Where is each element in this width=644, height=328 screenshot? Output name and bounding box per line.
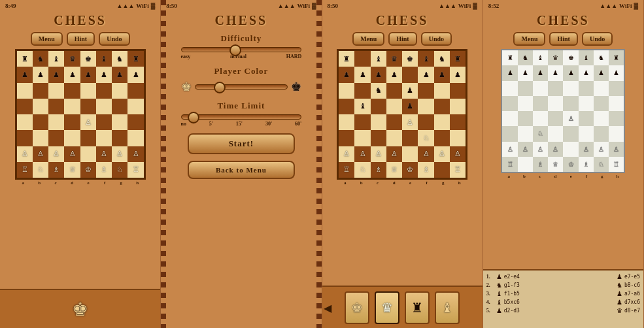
cell4-2-6[interactable] xyxy=(594,81,609,96)
cell4-6-4[interactable] xyxy=(563,142,578,157)
cell4-1-2[interactable]: ♟ xyxy=(533,65,548,80)
chess-board-3[interactable]: ♜♝♛♚♝♞♜♟♟♟♟♟♟♟♞♟♝♟♙♘♙♙♙♙♙♙♙♖♘♗♕♔♗♖ xyxy=(337,49,467,180)
cell4-3-6[interactable] xyxy=(594,96,609,111)
cell3-7-7[interactable]: ♖ xyxy=(450,162,466,178)
cell-1-2[interactable]: ♟ xyxy=(48,67,64,82)
cell4-4-6[interactable] xyxy=(594,111,609,126)
cell3-0-3[interactable]: ♛ xyxy=(386,51,402,67)
cell3-3-5[interactable] xyxy=(418,99,433,114)
cell4-0-7[interactable]: ♜ xyxy=(609,50,624,65)
cell-4-5[interactable] xyxy=(96,114,112,130)
cell-1-4[interactable]: ♟ xyxy=(80,67,96,82)
cell3-6-3[interactable]: ♙ xyxy=(386,146,402,162)
cell4-6-6[interactable]: ♙ xyxy=(594,142,609,157)
cell3-5-7[interactable] xyxy=(450,130,466,146)
cell3-0-1[interactable] xyxy=(354,51,370,67)
cell4-1-4[interactable]: ♟ xyxy=(563,65,578,80)
cell-6-4[interactable] xyxy=(80,146,96,162)
cell-1-5[interactable]: ♟ xyxy=(96,67,112,82)
cell3-3-6[interactable] xyxy=(434,99,450,114)
cell-6-7[interactable]: ♙ xyxy=(127,146,143,162)
cell3-3-1[interactable]: ♝ xyxy=(354,99,370,114)
cell4-7-6[interactable]: ♘ xyxy=(594,157,609,172)
cell3-4-1[interactable] xyxy=(354,114,370,130)
cell-5-6[interactable] xyxy=(112,130,127,146)
cell4-1-3[interactable]: ♟ xyxy=(548,65,563,80)
cell-5-3[interactable] xyxy=(64,130,80,146)
cell3-3-0[interactable] xyxy=(339,99,354,114)
cell3-7-5[interactable]: ♗ xyxy=(418,162,433,178)
cell4-0-6[interactable]: ♞ xyxy=(594,50,609,65)
cell3-5-2[interactable] xyxy=(371,130,386,146)
hint-button-1[interactable]: Hint xyxy=(67,32,95,46)
cell4-5-5[interactable] xyxy=(579,126,594,141)
cell-6-0[interactable]: ♙ xyxy=(17,146,33,162)
cell-6-2[interactable]: ♙ xyxy=(48,146,64,162)
cell-6-3[interactable]: ♙ xyxy=(64,146,80,162)
cell3-6-6[interactable]: ♙ xyxy=(434,146,450,162)
cell-7-7[interactable]: ♖ xyxy=(127,162,143,178)
cell4-4-0[interactable] xyxy=(502,111,517,126)
cell4-0-3[interactable]: ♛ xyxy=(548,50,563,65)
cell-7-6[interactable]: ♘ xyxy=(112,162,127,178)
cell-7-0[interactable]: ♖ xyxy=(17,162,33,178)
chess-board-1[interactable]: ♜♞♝♛♚♝♞♜♟♟♟♟♟♟♟♟♙♙♙♙♙♙♙♙♖♘♗♕♔♗♘♖ xyxy=(15,49,146,180)
cell-4-2[interactable] xyxy=(48,114,64,130)
cell4-4-2[interactable] xyxy=(533,111,548,126)
cell4-5-1[interactable] xyxy=(518,126,533,141)
cell4-4-5[interactable] xyxy=(579,111,594,126)
cell4-6-3[interactable]: ♙ xyxy=(548,142,563,157)
cell-3-7[interactable] xyxy=(127,99,143,114)
cell-2-4[interactable] xyxy=(80,83,96,99)
cell4-1-0[interactable]: ♟ xyxy=(502,65,517,80)
cell4-1-5[interactable]: ♟ xyxy=(579,65,594,80)
cell-6-6[interactable]: ♙ xyxy=(112,146,127,162)
cell3-0-5[interactable]: ♝ xyxy=(418,51,433,67)
cell3-4-0[interactable] xyxy=(339,114,354,130)
menu-button-3[interactable]: Menu xyxy=(352,32,384,46)
cell4-2-5[interactable] xyxy=(579,81,594,96)
cell3-0-6[interactable]: ♞ xyxy=(434,51,450,67)
cell4-6-2[interactable]: ♙ xyxy=(533,142,548,157)
cell-3-6[interactable] xyxy=(112,99,127,114)
color-slider[interactable] xyxy=(195,84,288,90)
start-button[interactable]: Start! xyxy=(188,133,295,154)
time-slider[interactable]: no 5' 15' 30' 60' xyxy=(181,114,302,127)
cell4-3-7[interactable] xyxy=(609,96,624,111)
cell-1-7[interactable]: ♟ xyxy=(127,67,143,82)
cell3-4-6[interactable] xyxy=(434,114,450,130)
cell4-3-3[interactable] xyxy=(548,96,563,111)
cell-3-5[interactable] xyxy=(96,99,112,114)
cell3-7-6[interactable] xyxy=(434,162,450,178)
cell3-0-7[interactable]: ♜ xyxy=(450,51,466,67)
cell4-2-0[interactable] xyxy=(502,81,517,96)
cell4-7-4[interactable]: ♔ xyxy=(563,157,578,172)
cell-7-1[interactable]: ♘ xyxy=(33,162,48,178)
cell-1-3[interactable]: ♟ xyxy=(64,67,80,82)
cell-0-2[interactable]: ♝ xyxy=(48,51,64,67)
cell3-2-3[interactable] xyxy=(386,83,402,99)
white-chess-board[interactable]: ♜♞♝♛♚♝♞♜♟♟♟♟♟♟♟♟♙♘♙♙♙♙♙♙♙♖♗♕♔♗♘♖ xyxy=(501,49,625,173)
cell-5-2[interactable] xyxy=(48,130,64,146)
cell-6-5[interactable]: ♙ xyxy=(96,146,112,162)
cell4-6-1[interactable]: ♙ xyxy=(518,142,533,157)
cell4-1-6[interactable]: ♟ xyxy=(594,65,609,80)
cell-2-6[interactable] xyxy=(112,83,127,99)
cell-0-3[interactable]: ♛ xyxy=(64,51,80,67)
cell-0-0[interactable]: ♜ xyxy=(17,51,33,67)
cell4-4-7[interactable] xyxy=(609,111,624,126)
cell3-1-3[interactable]: ♟ xyxy=(386,67,402,82)
cell4-6-5[interactable]: ♙ xyxy=(579,142,594,157)
cell4-5-7[interactable] xyxy=(609,126,624,141)
nav-arrow-left[interactable]: ◀ xyxy=(324,301,331,314)
cell-2-5[interactable] xyxy=(96,83,112,99)
cell3-2-4[interactable]: ♟ xyxy=(402,83,418,99)
cell-2-2[interactable] xyxy=(48,83,64,99)
piece-btn-bishop[interactable]: ♝ xyxy=(435,291,460,324)
cell4-3-2[interactable] xyxy=(533,96,548,111)
cell3-4-4[interactable]: ♙ xyxy=(402,114,418,130)
cell4-0-0[interactable]: ♜ xyxy=(502,50,517,65)
move-list[interactable]: 1. ♟ e2-e4 ♟ e7-e5 2. ♞ g1-f3 ♞ b8-c6 3.… xyxy=(483,269,643,328)
cell3-6-5[interactable]: ♙ xyxy=(418,146,433,162)
cell4-7-2[interactable]: ♗ xyxy=(533,157,548,172)
